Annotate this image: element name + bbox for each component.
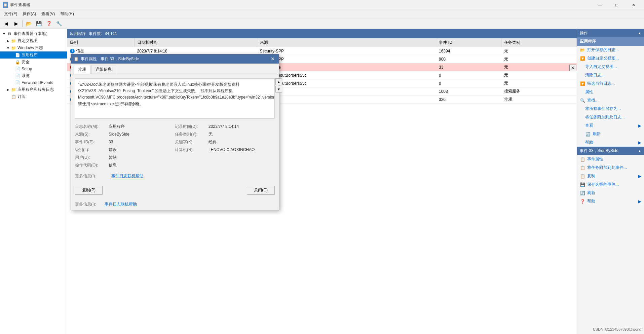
row-task: 无 xyxy=(501,63,577,71)
dialog-tab-general[interactable]: 常规 xyxy=(74,65,90,74)
right-action-event-props[interactable]: 📋 事件属性 xyxy=(577,155,644,163)
toolbar-open[interactable]: 📂 xyxy=(24,19,33,28)
col-event-id[interactable]: 事件 ID xyxy=(436,38,501,47)
tree-toggle-app xyxy=(9,53,15,57)
row-event-id: 0 xyxy=(436,79,501,87)
right-panel: 操作 ▲ 应用程序 📂 打开保存的日志... 🔽 创建自定义视图... 导入自定… xyxy=(577,29,644,334)
right-action-refresh-event[interactable]: 🔄 刷新 xyxy=(577,189,644,197)
toolbar-save[interactable]: 💾 xyxy=(34,19,43,28)
tree-toggle-custom-view[interactable]: ▶ xyxy=(5,39,11,43)
scroll-up-btn[interactable]: ▲ xyxy=(275,78,282,85)
detail-record-time-value: 2023/7/7 8:14:14 xyxy=(209,124,239,129)
scroll-down-btn[interactable]: ▼ xyxy=(275,86,282,92)
tree-label-security: 安全 xyxy=(22,59,30,65)
right-action-attach-task-event[interactable]: 📋 将任务附加到此事件... xyxy=(577,163,644,172)
minimize-button[interactable]: — xyxy=(592,0,608,10)
right-action-copy[interactable]: 📋 复制 ▶ xyxy=(577,172,644,180)
event-props-icon: 📋 xyxy=(580,157,585,162)
tree-item-system[interactable]: 📄 系统 xyxy=(0,72,67,79)
tree-label-root: 事件查看器（本地） xyxy=(13,31,50,37)
right-action-import-view[interactable]: 导入自定义视图... xyxy=(577,63,644,71)
tree-item-security[interactable]: 🔒 安全 xyxy=(0,59,67,66)
tree-item-forwarded[interactable]: 📄 ForwardedEvents xyxy=(0,79,67,86)
detail-computer-label: 计算机(R): xyxy=(175,147,209,153)
detail-record-time-label: 记录时间(D): xyxy=(175,124,209,129)
dialog-tab-details[interactable]: 详细信息 xyxy=(91,65,116,74)
row-task: 无 xyxy=(501,47,577,55)
right-action-refresh[interactable]: 🔄 刷新 xyxy=(577,130,644,138)
tree-label-forwarded: ForwardedEvents xyxy=(22,80,53,85)
tree-item-custom-view[interactable]: ▶ 📁 自定义视图 xyxy=(0,37,67,44)
tree-toggle-root[interactable]: ▼ xyxy=(1,32,7,36)
title-bar-left: 📋 事件查看器 xyxy=(3,2,30,8)
right-action-filter-log[interactable]: 🔽 筛选当前日志... xyxy=(577,79,644,88)
dialog-backdrop-close[interactable]: ✕ xyxy=(569,65,576,71)
col-datetime[interactable]: 日期和时间 xyxy=(135,38,257,47)
tree-toggle-app-service[interactable]: ▶ xyxy=(5,88,11,91)
app-icon: 📋 xyxy=(3,2,8,8)
menu-file[interactable]: 文件(F) xyxy=(1,10,20,17)
col-source[interactable]: 来源 xyxy=(257,38,436,47)
refresh-icon: 🔄 xyxy=(585,132,591,137)
app-log-icon: 📄 xyxy=(15,52,20,58)
right-action-help-event[interactable]: ❓ 帮助 ▶ xyxy=(577,197,644,206)
col-task[interactable]: 任务类别 xyxy=(501,38,577,47)
dialog-title-bar: 📋 事件属性 - 事件 33，SideBySide ✕ xyxy=(71,54,279,64)
detail-more-info: 更多信息(I): 事件日志联机帮助 xyxy=(75,173,275,179)
dialog-close-x-button[interactable]: ✕ xyxy=(269,55,276,62)
detail-record-time: 记录时间(D): 2023/7/7 8:14:14 xyxy=(175,123,275,131)
event-dialog: 📋 事件属性 - 事件 33，SideBySide ✕ 常规 详细信息 "E:\… xyxy=(71,54,279,210)
right-action-save-all[interactable]: 将所有事件另存为... xyxy=(577,105,644,113)
copy-icon: 📋 xyxy=(580,174,585,179)
submenu-arrow-view: ▶ xyxy=(638,123,641,128)
toolbar-forward[interactable]: ▶ xyxy=(11,19,21,28)
maximize-button[interactable]: □ xyxy=(609,0,624,10)
center-panel-header: 应用程序 事件数: 34,111 xyxy=(67,29,577,38)
description-scroll-wrapper: "E:\02-Doc\朱老师物联网大讲堂-全部视频\朱有鹏老师嵌入式linux核… xyxy=(75,78,275,119)
dialog-close-button[interactable]: 关闭(C) xyxy=(247,186,275,195)
detail-event-id-value: 33 xyxy=(109,140,113,144)
right-action-find[interactable]: 🔍 查找... xyxy=(577,96,644,105)
dialog-copy-button[interactable]: 复制(P) xyxy=(75,186,103,195)
toolbar-filter[interactable]: 🔧 xyxy=(54,19,64,28)
right-action-props[interactable]: 属性 xyxy=(577,88,644,96)
dialog-footer: 更多信息(I): 事件日志联机帮助 xyxy=(71,199,279,210)
dialog-tabs: 常规 详细信息 xyxy=(71,64,279,74)
close-button[interactable]: ✕ xyxy=(626,0,641,10)
tree-toggle-subscribe xyxy=(5,95,11,99)
toolbar-back[interactable]: ◀ xyxy=(1,19,11,28)
right-action-create-view[interactable]: 🔽 创建自定义视图... xyxy=(577,54,644,63)
tree-label-app-service: 应用程序和服务日志 xyxy=(17,87,54,92)
custom-view-icon: 📁 xyxy=(11,38,16,44)
right-section-event-title: 事件 33，SideBySide xyxy=(580,148,618,154)
right-action-help[interactable]: 帮助 ▶ xyxy=(577,138,644,147)
right-section-header-event[interactable]: 事件 33，SideBySide ▲ xyxy=(577,147,644,155)
right-section-app-title: 应用程序 xyxy=(580,39,596,44)
tree-item-app-service[interactable]: ▶ 📁 应用程序和服务日志 xyxy=(0,86,67,93)
tree-item-setup[interactable]: 📄 Setup xyxy=(0,66,67,72)
tree-item-app[interactable]: 📄 应用程序 xyxy=(0,51,67,59)
tree-item-windows-log[interactable]: ▼ 📁 Windows 日志 xyxy=(0,44,67,51)
right-action-view[interactable]: 查看 ▶ xyxy=(577,121,644,130)
submenu-arrow-help: ▶ xyxy=(638,140,641,145)
tree-item-root[interactable]: ▼ 🖥 事件查看器（本地） xyxy=(0,30,67,37)
right-action-save-event[interactable]: 💾 保存选择的事件... xyxy=(577,180,644,189)
menu-action[interactable]: 操作(A) xyxy=(20,10,39,17)
title-bar: 📋 事件查看器 — □ ✕ xyxy=(0,0,644,10)
menu-view[interactable]: 查看(V) xyxy=(39,10,58,17)
col-level[interactable]: 级别 xyxy=(67,38,135,47)
event-description-box[interactable]: "E:\02-Doc\朱老师物联网大讲堂-全部视频\朱有鹏老师嵌入式linux核… xyxy=(75,78,275,119)
dialog-title-icon: 📋 xyxy=(74,57,79,61)
menu-help[interactable]: 帮助(H) xyxy=(58,10,77,17)
tree-toggle-windows-log[interactable]: ▼ xyxy=(5,46,11,50)
tree-item-subscribe[interactable]: 📋 订阅 xyxy=(0,93,67,100)
right-section-header-actions[interactable]: 操作 ▲ xyxy=(577,29,644,37)
right-section-app-header: 应用程序 xyxy=(577,37,644,46)
right-action-clear-log[interactable]: 清除日志... xyxy=(577,71,644,79)
more-info-link[interactable]: 事件日志联机帮助 xyxy=(111,173,144,179)
toolbar-help[interactable]: ❓ xyxy=(44,19,53,28)
footer-more-info-link[interactable]: 事件日志联机帮助 xyxy=(105,201,137,207)
right-action-attach-task-log[interactable]: 将任务附加到此日志... xyxy=(577,113,644,121)
row-source: Security-SPP xyxy=(257,55,436,63)
right-action-open-log[interactable]: 📂 打开保存的日志... xyxy=(577,46,644,54)
